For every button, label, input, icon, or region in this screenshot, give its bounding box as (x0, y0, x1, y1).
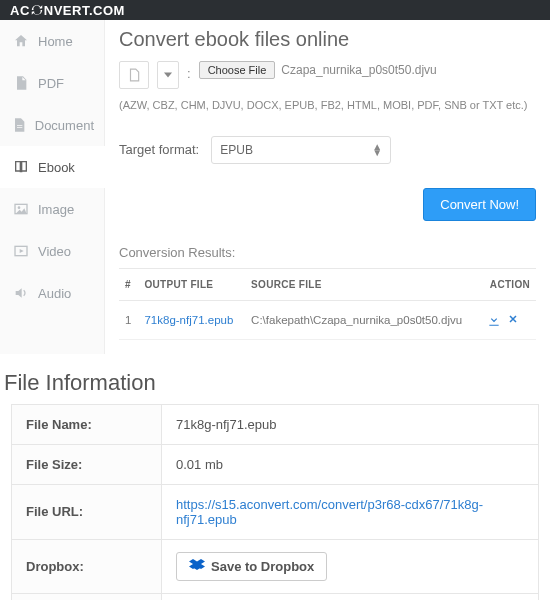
info-key-dropbox: Dropbox: (12, 539, 162, 593)
select-arrows-icon: ▲▼ (372, 144, 382, 156)
table-row: Dropbox: Save to Dropbox (12, 539, 539, 593)
sidebar-item-document[interactable]: Document (0, 104, 104, 146)
page-title: Convert ebook files online (119, 28, 536, 51)
content-area: Convert ebook files online : Choose File… (105, 20, 550, 354)
results-table: # OUTPUT FILE SOURCE FILE ACTION 1 71k8g… (119, 268, 536, 340)
info-key-gdrive: Google Drive: (12, 593, 162, 600)
file-info-table: File Name: 71k8g-nfj71.epub File Size: 0… (11, 404, 539, 601)
info-key-size: File Size: (12, 444, 162, 484)
sidebar-item-home[interactable]: Home (0, 20, 104, 62)
info-key-url: File URL: (12, 484, 162, 539)
format-hint: (AZW, CBZ, CHM, DJVU, DOCX, EPUB, FB2, H… (119, 97, 536, 114)
convert-button[interactable]: Convert Now! (423, 188, 536, 221)
sidebar-item-label: PDF (38, 76, 64, 91)
target-format-value: EPUB (220, 143, 253, 157)
cell-num: 1 (119, 300, 138, 339)
pdf-icon (10, 75, 32, 91)
target-format-row: Target format: EPUB ▲▼ (119, 136, 536, 164)
target-format-select[interactable]: EPUB ▲▼ (211, 136, 391, 164)
file-icon (127, 67, 141, 83)
sidebar-item-label: Ebook (38, 160, 75, 175)
table-row: File Name: 71k8g-nfj71.epub (12, 404, 539, 444)
results-heading: Conversion Results: (119, 245, 536, 260)
sidebar-item-label: Image (38, 202, 74, 217)
sidebar: Home PDF Document Ebook Image Video Audi… (0, 20, 105, 354)
file-info-heading: File Information (4, 370, 550, 396)
target-format-label: Target format: (119, 142, 199, 157)
logo-post: NVERT.COM (44, 3, 125, 18)
ebook-icon (10, 159, 32, 175)
table-row: File Size: 0.01 mb (12, 444, 539, 484)
sidebar-item-image[interactable]: Image (0, 188, 104, 230)
choose-file-button[interactable]: Choose File (199, 61, 276, 79)
cell-source: C:\fakepath\Czapa_nurnika_p0s0t50.djvu (245, 300, 481, 339)
table-row: Google Drive: Save (12, 593, 539, 600)
col-num: # (119, 268, 138, 300)
col-output: OUTPUT FILE (138, 268, 245, 300)
dropbox-button-label: Save to Dropbox (211, 559, 314, 574)
table-row: 1 71k8g-nfj71.epub C:\fakepath\Czapa_nur… (119, 300, 536, 339)
home-icon (10, 33, 32, 49)
refresh-icon (30, 3, 44, 17)
svg-point-1 (18, 206, 21, 209)
sidebar-item-label: Document (35, 118, 94, 133)
image-icon (10, 201, 32, 217)
info-key-name: File Name: (12, 404, 162, 444)
save-dropbox-button[interactable]: Save to Dropbox (176, 552, 327, 581)
sidebar-item-video[interactable]: Video (0, 230, 104, 272)
col-action: ACTION (481, 268, 536, 300)
file-source-row: : Choose File Czapa_nurnika_p0s0t50.djvu (119, 61, 536, 89)
caret-down-icon (164, 72, 172, 78)
cell-action (481, 300, 536, 339)
output-file-link[interactable]: 71k8g-nfj71.epub (144, 314, 233, 326)
source-file-button[interactable] (119, 61, 149, 89)
cell-output: 71k8g-nfj71.epub (138, 300, 245, 339)
info-val-name: 71k8g-nfj71.epub (162, 404, 539, 444)
sidebar-item-pdf[interactable]: PDF (0, 62, 104, 104)
separator: : (187, 61, 191, 81)
sidebar-item-ebook[interactable]: Ebook (0, 146, 104, 188)
sidebar-item-label: Video (38, 244, 71, 259)
source-dropdown-button[interactable] (157, 61, 179, 89)
document-icon (10, 117, 29, 133)
info-val-gdrive: Save (162, 593, 539, 600)
info-val-dropbox: Save to Dropbox (162, 539, 539, 593)
delete-icon[interactable] (507, 313, 519, 327)
video-icon (10, 243, 32, 259)
info-val-url: https://s15.aconvert.com/convert/p3r68-c… (162, 484, 539, 539)
sidebar-item-label: Home (38, 34, 73, 49)
selected-filename: Czapa_nurnika_p0s0t50.djvu (281, 63, 436, 77)
sidebar-item-label: Audio (38, 286, 71, 301)
col-source: SOURCE FILE (245, 268, 481, 300)
logo-pre: AC (10, 3, 30, 18)
info-val-size: 0.01 mb (162, 444, 539, 484)
sidebar-item-audio[interactable]: Audio (0, 272, 104, 314)
audio-icon (10, 285, 32, 301)
file-url-link[interactable]: https://s15.aconvert.com/convert/p3r68-c… (176, 497, 483, 527)
download-icon[interactable] (487, 313, 501, 327)
dropbox-icon (189, 559, 205, 573)
table-row: File URL: https://s15.aconvert.com/conve… (12, 484, 539, 539)
top-bar: AC NVERT.COM (0, 0, 550, 20)
